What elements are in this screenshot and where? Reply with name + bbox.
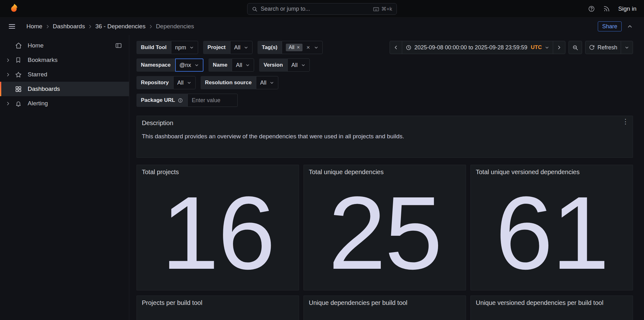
search-icon <box>252 6 258 12</box>
time-range-forward-button[interactable] <box>553 41 565 54</box>
chevron-right-icon <box>148 24 153 29</box>
chevron-down-icon <box>245 63 250 68</box>
filter-project: Project All <box>203 41 253 54</box>
stat-panel-total-unique-dependencies: Total unique dependencies 25 <box>303 165 466 290</box>
panel-menu-icon[interactable]: ⋮ <box>622 118 629 125</box>
sidebar-item-home[interactable]: Home <box>0 38 129 53</box>
dashboard-variables: Build Tool npm Project All <box>136 41 633 107</box>
breadcrumb-item-dashboard-name[interactable]: 36 - Dependencies <box>95 23 146 30</box>
breadcrumb-item-home[interactable]: Home <box>26 23 42 30</box>
clear-selection-icon[interactable]: × <box>306 44 310 51</box>
apps-grid-icon <box>15 86 23 92</box>
filter-package-url: Package URL <box>136 94 238 107</box>
time-controls: 2025-09-08 00:00:00 to 2025-09-28 23:59:… <box>390 41 633 54</box>
mega-menu-icon[interactable] <box>6 21 18 32</box>
help-icon[interactable] <box>588 5 595 12</box>
description-text: This dashboard provides an overview of t… <box>137 127 633 140</box>
filter-label: Build Tool <box>136 41 171 54</box>
sidebar-item-label: Bookmarks <box>28 57 58 63</box>
panel-title: Total unique dependencies <box>304 165 466 176</box>
filter-label: Project <box>203 41 230 54</box>
news-rss-icon[interactable] <box>603 5 610 12</box>
name-select[interactable]: All <box>232 58 254 72</box>
chevron-down-icon <box>545 45 549 50</box>
grafana-logo-icon[interactable] <box>8 3 20 15</box>
namespace-select[interactable]: @nx <box>175 58 203 72</box>
panel-title: Description <box>137 116 633 127</box>
star-icon <box>15 71 23 78</box>
remove-tag-icon[interactable]: × <box>297 45 300 50</box>
time-range-picker[interactable]: 2025-09-08 00:00:00 to 2025-09-28 23:59:… <box>402 41 553 54</box>
chevron-right-icon[interactable] <box>6 101 15 106</box>
chevron-right-icon[interactable] <box>6 72 15 77</box>
stat-panel-total-projects: Total projects 16 <box>136 165 299 290</box>
sidebar-item-label: Alerting <box>28 100 48 107</box>
tags-multiselect[interactable]: All × × <box>282 41 322 54</box>
dashboard-content: Build Tool npm Project All <box>129 35 644 320</box>
project-select[interactable]: All <box>230 41 253 54</box>
stat-value: 61 <box>495 184 608 282</box>
bottom-panels-row: Projects per build tool Unique dependenc… <box>136 295 633 320</box>
stats-row: Total projects 16 Total unique dependenc… <box>136 165 633 290</box>
sign-in-link[interactable]: Sign in <box>618 5 636 12</box>
build-tool-select[interactable]: npm <box>171 41 198 54</box>
sidebar-item-bookmarks[interactable]: Bookmarks <box>0 53 129 67</box>
navigation-sidebar: Home Bookmarks <box>0 35 129 320</box>
filter-label: Package URL <box>136 94 187 107</box>
filter-label: Repository <box>136 76 173 89</box>
panel-title: Unique versioned dependencies per build … <box>471 296 633 306</box>
chevron-right-icon <box>45 24 50 29</box>
chevron-down-icon <box>194 63 199 68</box>
bell-icon <box>15 100 23 107</box>
dashboard-actions: Share <box>598 21 633 31</box>
resolution-source-select[interactable]: All <box>256 76 278 89</box>
topbar-actions: Sign in <box>588 5 636 12</box>
info-icon[interactable] <box>178 98 183 103</box>
chevron-down-icon <box>187 80 192 85</box>
tag-chip-all[interactable]: All × <box>286 44 303 51</box>
chevron-down-icon <box>625 45 629 50</box>
filter-label: Namespace <box>136 58 175 72</box>
search-shortcut: ⌘+k <box>373 6 392 12</box>
zoom-out-icon <box>572 45 578 51</box>
share-button[interactable]: Share <box>598 21 622 31</box>
filter-version: Version All <box>259 58 309 72</box>
sidebar-item-label: Starred <box>28 71 47 78</box>
refresh-button[interactable]: Refresh <box>585 41 621 54</box>
refresh-interval-dropdown[interactable] <box>621 41 633 54</box>
sidebar-item-starred[interactable]: Starred <box>0 67 129 82</box>
sidebar-item-alerting[interactable]: Alerting <box>0 96 129 111</box>
chevron-right-icon[interactable] <box>6 58 15 63</box>
panel-title: Total unique versioned dependencies <box>471 165 633 176</box>
panel-title: Projects per build tool <box>137 296 299 306</box>
chevron-down-icon <box>314 45 319 50</box>
time-range-text: 2025-09-08 00:00:00 to 2025-09-28 23:59:… <box>414 44 527 51</box>
filter-name: Name All <box>208 58 254 72</box>
description-panel: Description ⋮ This dashboard provides an… <box>136 116 633 158</box>
filter-label: Tag(s) <box>258 41 282 54</box>
chevron-down-icon <box>301 63 306 68</box>
chevron-down-icon <box>189 45 194 50</box>
stat-value: 16 <box>161 184 274 282</box>
bookmark-icon <box>15 57 23 63</box>
panel-title: Unique dependencies per build tool <box>304 296 466 306</box>
sidebar-item-label: Dashboards <box>28 86 60 92</box>
chevron-up-icon[interactable] <box>627 23 633 30</box>
package-url-input[interactable] <box>187 94 238 107</box>
time-range-back-button[interactable] <box>390 41 402 54</box>
version-select[interactable]: All <box>287 58 310 72</box>
sidebar-item-dashboards[interactable]: Dashboards <box>0 82 129 96</box>
repository-select[interactable]: All <box>173 76 196 89</box>
filter-resolution-source: Resolution source All <box>201 76 278 89</box>
panel-unique-dependencies-per-build-tool: Unique dependencies per build tool <box>303 295 466 320</box>
zoom-out-time-button[interactable] <box>569 41 582 54</box>
clock-icon <box>406 45 412 51</box>
dock-sidebar-icon[interactable] <box>115 42 122 49</box>
filter-namespace: Namespace @nx <box>136 58 203 72</box>
chevron-left-icon <box>393 45 398 50</box>
breadcrumb-item-dashboards[interactable]: Dashboards <box>53 23 85 30</box>
chevron-down-icon <box>244 45 248 50</box>
search-input[interactable]: Search or jump to... ⌘+k <box>247 3 397 15</box>
filter-repository: Repository All <box>136 76 196 89</box>
refresh-icon <box>589 45 595 50</box>
